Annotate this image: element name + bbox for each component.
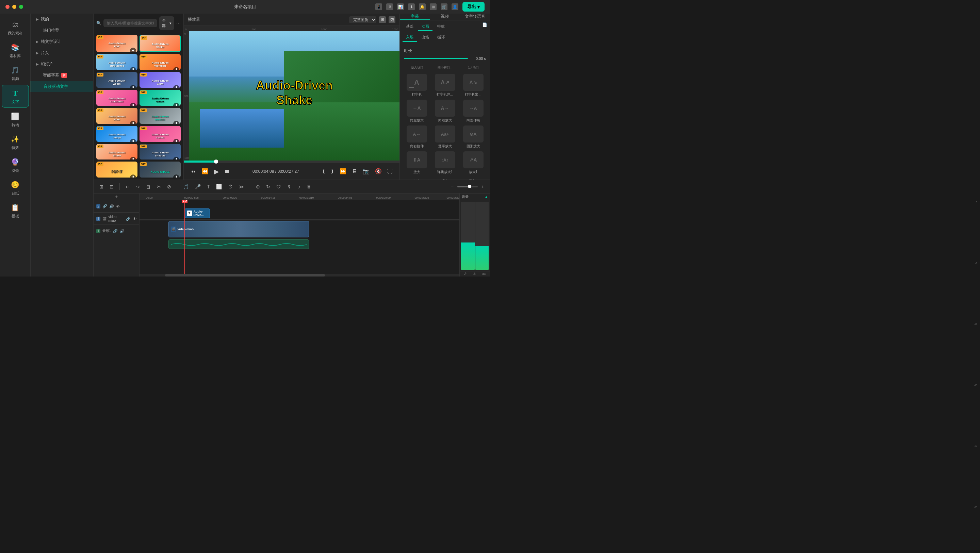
sidebar-item-intro[interactable]: ▶ 片头 bbox=[30, 47, 93, 59]
cut-button[interactable]: ✂ bbox=[155, 183, 163, 191]
copy-btn[interactable]: ⊕ bbox=[254, 183, 262, 191]
icon-8[interactable]: 👤 bbox=[452, 3, 458, 10]
media-item[interactable]: VIP Audio-DrivenVibration ⬇ 音频驱动·振... bbox=[140, 54, 181, 70]
tab-video[interactable]: 视频 bbox=[430, 14, 460, 20]
subtab-basic[interactable]: 基础 bbox=[402, 22, 417, 31]
add-overlay[interactable]: ⬇ bbox=[130, 85, 136, 88]
grid-icon[interactable]: ⊞ bbox=[379, 16, 386, 23]
play-button[interactable]: ▶ bbox=[212, 166, 220, 177]
video-clip[interactable]: 🎬 video-miao bbox=[169, 221, 309, 237]
media-item[interactable]: VIP Audio-DrivenGlitch ⬇ 音频驱动·闪... bbox=[140, 90, 181, 106]
subtab-effects[interactable]: 特效 bbox=[434, 22, 448, 31]
skip-back-button[interactable]: ⏮ bbox=[189, 167, 197, 176]
add-overlay[interactable]: ⬇ bbox=[130, 67, 136, 70]
music-alt-btn[interactable]: ♪ bbox=[296, 183, 302, 191]
voiceover-button[interactable]: 🎤 bbox=[193, 183, 202, 191]
add-overlay[interactable]: ⬇ bbox=[173, 67, 179, 70]
text-button[interactable]: T bbox=[205, 183, 212, 191]
media-item[interactable]: VIP POP IT ⬇ 音频驱动·POP bbox=[96, 162, 137, 178]
media-item[interactable]: VIP Audio-DrivenJump! ⬇ 音频驱动·跳... bbox=[96, 126, 137, 142]
export-button[interactable]: 导出 ▾ bbox=[463, 2, 485, 11]
anim-item[interactable]: ↔A 向左伸展 bbox=[460, 100, 486, 123]
more-tl-button[interactable]: ≫ bbox=[237, 183, 246, 191]
add-overlay[interactable]: ⬇ bbox=[130, 157, 136, 160]
toolbar-item-materials[interactable]: 🗂 我的素材 bbox=[2, 16, 29, 38]
anim-item[interactable]: A↔ 向右拉伸 bbox=[404, 126, 430, 149]
tab-tts[interactable]: 文字转语音 bbox=[460, 14, 490, 20]
toolbar-item-sticker[interactable]: 😊 贴纸 bbox=[2, 176, 29, 199]
media-item[interactable]: VIP Audio-DrivenShake 音频驱动·抖... bbox=[140, 35, 181, 52]
add-overlay[interactable]: ⬇ bbox=[173, 121, 179, 124]
music-button[interactable]: 🎵 bbox=[181, 183, 191, 191]
toolbar-item-text[interactable]: T 文字 bbox=[2, 85, 29, 108]
zoom-slider[interactable] bbox=[457, 186, 478, 188]
minimize-button[interactable] bbox=[12, 5, 16, 9]
add-overlay[interactable]: ⬇ bbox=[130, 139, 136, 142]
add-overlay[interactable]: ⬇ bbox=[173, 139, 179, 142]
media-item[interactable]: VIP Audio-DrivenRGB ⬇ 音频驱动·RG... bbox=[96, 108, 137, 124]
add-overlay[interactable]: ⬇ bbox=[130, 121, 136, 124]
toolbar-item-transition[interactable]: ⬜ 转场 bbox=[2, 108, 29, 130]
search-input[interactable] bbox=[103, 19, 157, 27]
anim-item[interactable]: ↗A 放大1 bbox=[460, 151, 486, 175]
toolbar-item-effects[interactable]: ✨ 特效 bbox=[2, 131, 29, 153]
delete-button[interactable]: 🗑 bbox=[144, 183, 153, 191]
add-overlay[interactable]: ⬇ bbox=[173, 175, 179, 178]
screen-cast-btn[interactable]: 🖥 bbox=[305, 183, 313, 191]
add-track-icon[interactable]: + bbox=[115, 194, 118, 200]
sidebar-item-audio-driven[interactable]: 音频驱动文字 bbox=[30, 81, 93, 92]
icon-6[interactable]: ⊞ bbox=[430, 3, 437, 10]
icon-5[interactable]: 🔔 bbox=[419, 3, 426, 10]
split-button[interactable]: ⊘ bbox=[165, 183, 173, 191]
subtab-exit[interactable]: 出场 bbox=[418, 33, 433, 42]
audio-clip[interactable] bbox=[169, 240, 309, 249]
volume-arrow[interactable]: ▲ bbox=[485, 195, 488, 199]
anim-item[interactable]: ←A 向左放大 bbox=[404, 100, 430, 123]
media-item[interactable]: VIP Audio-DrivenTurbulence ⬇ 音频驱动·波... bbox=[96, 54, 137, 70]
toolbar-item-filter[interactable]: 🔮 滤镜 bbox=[2, 154, 29, 176]
compound-clip-button[interactable]: ⊡ bbox=[108, 183, 115, 191]
stop-button[interactable]: ⏹ bbox=[223, 167, 231, 176]
media-item[interactable]: VIP Audio-DrivenGlow ⬇ 音频驱动·光... bbox=[140, 72, 181, 88]
filter-dropdown[interactable]: 全部 ▾ bbox=[159, 16, 174, 30]
undo-button[interactable]: ↩ bbox=[124, 183, 131, 191]
image-icon[interactable]: 🖼 bbox=[388, 16, 395, 23]
add-overlay[interactable]: ⬇ bbox=[130, 103, 136, 106]
icon-1[interactable]: 📱 bbox=[375, 3, 382, 10]
anim-item[interactable]: Aa+ 逐字放大 bbox=[432, 126, 458, 149]
quality-select[interactable]: 完整画质 bbox=[349, 16, 376, 23]
icon-3[interactable]: 📊 bbox=[397, 3, 404, 10]
redo-button[interactable]: ↪ bbox=[134, 183, 142, 191]
fullscreen-button[interactable]: ⛶ bbox=[386, 167, 394, 176]
progress-handle[interactable] bbox=[214, 159, 218, 164]
icon-4[interactable]: ⬇ bbox=[408, 3, 415, 10]
add-overlay[interactable]: ⬇ bbox=[173, 85, 179, 88]
more-button[interactable]: ··· bbox=[176, 20, 181, 26]
subtab-animation[interactable]: 动画 bbox=[418, 22, 433, 31]
add-overlay[interactable]: ⬇ bbox=[173, 157, 179, 160]
icon-7[interactable]: 🛒 bbox=[441, 3, 447, 10]
anim-item[interactable]: A↗ 打字机弹... bbox=[432, 74, 458, 97]
frame-button[interactable]: ⬜ bbox=[215, 183, 224, 191]
sidebar-item-smart-caption[interactable]: 智能字幕 新 bbox=[30, 70, 93, 81]
add-overlay[interactable]: + bbox=[130, 48, 136, 52]
media-item[interactable]: VIP Audio-DrivenZoom ⬇ 音频驱动·变... bbox=[96, 72, 137, 88]
mic-btn[interactable]: 🎙 bbox=[285, 183, 294, 191]
media-item[interactable]: VIP Audio-DrivenComic ⬇ 音频驱动·漫... bbox=[140, 126, 181, 142]
add-track-button[interactable]: ⊞ bbox=[98, 183, 105, 191]
snapshot-button[interactable]: 📷 bbox=[361, 167, 371, 176]
anim-item[interactable]: ⬆A 放大 bbox=[404, 151, 430, 175]
add-overlay[interactable]: ⬇ bbox=[130, 175, 136, 178]
tab-caption[interactable]: 字幕 bbox=[400, 14, 430, 20]
toolbar-item-template[interactable]: 📋 模板 bbox=[2, 199, 29, 221]
media-item[interactable]: VIP Audio-DrivenElectric ⬇ 音频驱动·电... bbox=[140, 108, 181, 124]
mark-out-button[interactable]: ⦘ bbox=[329, 167, 336, 176]
anim-item[interactable]: ↕A↑ 弹跳放大1 bbox=[432, 151, 458, 175]
shield-btn[interactable]: 🛡 bbox=[275, 183, 283, 191]
media-item[interactable]: VIP Audio-DrivenPOP + 音频驱动·流... bbox=[96, 35, 137, 52]
sidebar-item-pure-text[interactable]: ▶ 纯文字设计 bbox=[30, 36, 93, 47]
add-overlay[interactable]: ⬇ bbox=[173, 103, 179, 106]
anim-item[interactable]: A→ 向右放大 bbox=[432, 100, 458, 123]
zoom-out-button[interactable]: − bbox=[449, 183, 455, 191]
subtab-loop[interactable]: 循环 bbox=[434, 33, 448, 42]
